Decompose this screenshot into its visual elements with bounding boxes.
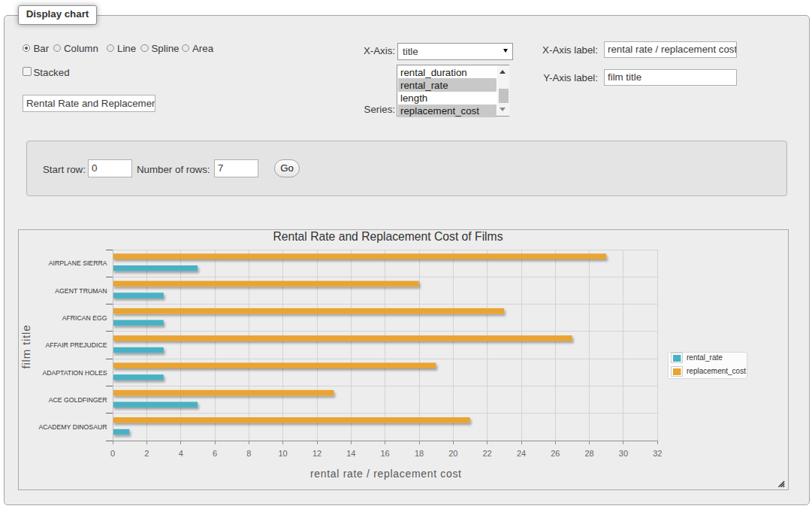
- svg-text:AFRICAN EGG: AFRICAN EGG: [62, 314, 107, 322]
- svg-text:8: 8: [246, 449, 251, 458]
- svg-text:4: 4: [179, 449, 183, 458]
- svg-text:26: 26: [551, 449, 560, 458]
- svg-text:6: 6: [213, 449, 217, 458]
- svg-text:10: 10: [278, 449, 287, 458]
- svg-text:0: 0: [110, 449, 115, 458]
- svg-text:film title: film title: [20, 326, 32, 369]
- svg-text:rental rate / replacement cost: rental rate / replacement cost: [310, 468, 461, 480]
- svg-text:AIRPLANE SIERRA: AIRPLANE SIERRA: [49, 259, 107, 267]
- svg-text:rental_rate: rental_rate: [687, 353, 723, 362]
- svg-text:14: 14: [346, 449, 355, 458]
- svg-text:30: 30: [619, 449, 628, 458]
- svg-text:28: 28: [584, 449, 593, 458]
- svg-text:24: 24: [517, 449, 526, 458]
- svg-text:18: 18: [415, 449, 424, 458]
- svg-text:AGENT TRUMAN: AGENT TRUMAN: [55, 287, 107, 295]
- svg-text:ACADEMY DINOSAUR: ACADEMY DINOSAUR: [38, 423, 107, 431]
- svg-text:2: 2: [144, 449, 149, 458]
- svg-text:16: 16: [380, 449, 389, 458]
- svg-text:20: 20: [448, 449, 457, 458]
- svg-text:replacement_cost: replacement_cost: [687, 367, 746, 375]
- svg-text:ACE GOLDFINGER: ACE GOLDFINGER: [49, 396, 107, 404]
- svg-text:ADAPTATION HOLES: ADAPTATION HOLES: [42, 369, 107, 377]
- svg-text:Rental Rate and Replacement Co: Rental Rate and Replacement Cost of Film…: [273, 230, 503, 243]
- svg-text:22: 22: [482, 449, 491, 458]
- svg-text:12: 12: [312, 449, 321, 458]
- svg-text:AFFAIR PREJUDICE: AFFAIR PREJUDICE: [45, 341, 107, 349]
- svg-text:32: 32: [653, 449, 662, 458]
